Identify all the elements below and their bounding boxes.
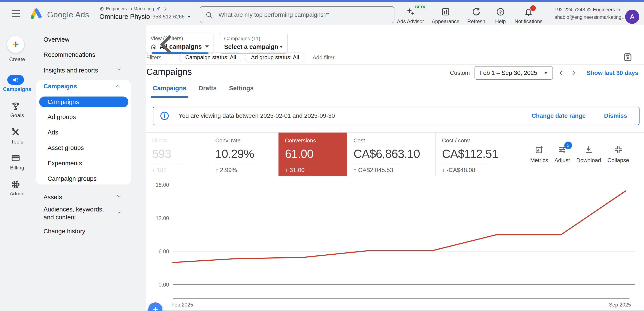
account-customer-id: 192-224-7243 bbox=[554, 7, 585, 13]
save-icon[interactable] bbox=[623, 52, 634, 63]
tab-campaigns[interactable]: Campaigns bbox=[153, 85, 186, 98]
account-switcher-caret-icon[interactable] bbox=[188, 16, 191, 18]
info-icon bbox=[160, 111, 169, 120]
bottom-divider bbox=[146, 310, 644, 310]
collapse-button[interactable]: Collapse bbox=[607, 145, 629, 164]
rail-item-goals[interactable] bbox=[11, 101, 20, 111]
create-fab-button[interactable]: + bbox=[148, 302, 162, 311]
banner-text: You are viewing data between 2025-02-01 … bbox=[179, 112, 335, 119]
search-input[interactable] bbox=[216, 11, 388, 18]
filters-label: Filters bbox=[146, 54, 162, 61]
appearance-button[interactable]: Appearance bbox=[428, 7, 463, 25]
rocket-icon bbox=[156, 7, 160, 11]
bell-icon: ! bbox=[524, 7, 533, 16]
nav-item-ads[interactable]: Ads bbox=[48, 128, 58, 137]
date-range-row: Custom Feb 1 – Sep 30, 2025 Show last 30… bbox=[450, 66, 643, 80]
date-mode-label: Custom bbox=[450, 70, 470, 76]
date-caret-icon bbox=[544, 72, 548, 74]
nav-item-campaign-groups[interactable]: Campaign groups bbox=[48, 174, 96, 183]
show-last-30-days-link[interactable]: Show last 30 days bbox=[586, 70, 638, 76]
help-button[interactable]: ? Help bbox=[492, 7, 509, 25]
rail-label-tools: Tools bbox=[11, 139, 23, 145]
nav-item-ad-groups[interactable]: Ad groups bbox=[48, 113, 76, 121]
nav-item-asset-groups[interactable]: Asset groups bbox=[48, 143, 84, 152]
page-title: Campaigns bbox=[146, 66, 192, 78]
metrics-icon bbox=[534, 145, 544, 154]
filter-chip-campaign-status[interactable]: Campaign status: All bbox=[179, 53, 242, 62]
create-plus-icon bbox=[11, 40, 20, 49]
nav-item-campaigns-selected[interactable]: Campaigns bbox=[39, 97, 128, 107]
breadcrumb-manager[interactable]: Engineers in Marketing bbox=[106, 6, 154, 12]
browser-top-strip bbox=[0, 0, 644, 2]
add-filter-button[interactable]: Add filter bbox=[312, 54, 335, 61]
beta-badge: BETA bbox=[414, 4, 427, 10]
svg-text:0.00: 0.00 bbox=[158, 282, 169, 288]
rail-item-campaigns[interactable] bbox=[7, 75, 24, 85]
performance-chart[interactable]: 0.006.0012.0018.00 bbox=[146, 180, 644, 300]
tab-settings[interactable]: Settings bbox=[229, 85, 254, 98]
adjust-count-badge: 3 bbox=[564, 142, 572, 149]
refresh-button[interactable]: Refresh bbox=[464, 7, 488, 25]
date-next-button[interactable] bbox=[567, 68, 578, 78]
tabs: Campaigns Drafts Settings bbox=[153, 85, 266, 98]
metrics-button[interactable]: Metrics bbox=[530, 145, 548, 164]
search-bar[interactable] bbox=[200, 6, 394, 23]
insights-chevron-icon[interactable] bbox=[117, 67, 120, 71]
campaign-caret-icon bbox=[279, 46, 283, 48]
nav-item-assets[interactable]: Assets bbox=[44, 193, 62, 201]
scorecard-clicks[interactable]: Clicks 593 ↑ 182 bbox=[146, 133, 209, 176]
main-menu-icon[interactable] bbox=[12, 10, 20, 18]
notifications-button[interactable]: ! Notifications bbox=[512, 7, 544, 25]
breadcrumb-account-name[interactable]: Omnicure Physio bbox=[100, 13, 150, 21]
ads-advisor-button[interactable]: Ads Advisor BETA bbox=[395, 7, 426, 25]
app-header: Google Ads Engineers in Marketing Omnicu… bbox=[0, 2, 644, 25]
view-caret-icon bbox=[205, 46, 209, 48]
scorecard-conversions[interactable]: Conversions 61.00 ↑ 31.00 bbox=[278, 133, 347, 176]
nav-group-campaigns[interactable]: Campaigns bbox=[44, 82, 77, 91]
date-range-selector[interactable]: Feb 1 – Sep 30, 2025 bbox=[474, 66, 553, 80]
tab-active-indicator bbox=[150, 96, 188, 98]
nav-item-experiments[interactable]: Experiments bbox=[48, 159, 82, 168]
tab-drafts[interactable]: Drafts bbox=[198, 85, 216, 98]
rail-item-admin[interactable] bbox=[11, 180, 20, 189]
campaign-selector[interactable]: Campaigns (11) Select a campaign bbox=[220, 33, 288, 54]
scorecard-cost-per-conv[interactable]: Cost / conv. CA$112.51 ↓ -CA$48.08 bbox=[436, 133, 515, 176]
dismiss-link[interactable]: Dismiss bbox=[604, 112, 627, 119]
rail-label-create: Create bbox=[9, 56, 25, 62]
nav-item-audiences[interactable]: Audiences, keywords, and content bbox=[44, 205, 115, 221]
main-content: View (2 filters) All campaigns Campaigns… bbox=[146, 25, 644, 311]
nav-item-change-history[interactable]: Change history bbox=[44, 227, 85, 235]
svg-text:6.00: 6.00 bbox=[158, 248, 169, 254]
adjust-button[interactable]: Adjust 3 bbox=[554, 145, 570, 164]
timeline-start-label: Feb 2025 bbox=[172, 302, 193, 308]
campaigns-chevron-icon[interactable] bbox=[116, 85, 120, 89]
filters-row: Filters Campaign status: All Ad group st… bbox=[146, 52, 643, 63]
rail-label-campaigns: Campaigns bbox=[3, 86, 31, 92]
rail-item-billing[interactable] bbox=[11, 153, 20, 163]
notification-alert-badge: ! bbox=[530, 5, 536, 12]
svg-text:12.00: 12.00 bbox=[156, 215, 169, 221]
account-info[interactable]: 192-224-7243 Engineers in … ahabib@engin… bbox=[554, 7, 626, 20]
scorecard-conv-rate[interactable]: Conv. rate 10.29% ↑ 2.99% bbox=[209, 133, 278, 176]
scorecard-cost[interactable]: Cost CA$6,863.10 ↑ CA$2,045.53 bbox=[347, 133, 436, 176]
timeline-slider[interactable] bbox=[173, 298, 630, 299]
svg-text:18.00: 18.00 bbox=[156, 182, 169, 188]
nav-item-insights[interactable]: Insights and reports bbox=[44, 66, 98, 75]
create-button[interactable] bbox=[7, 36, 24, 53]
avatar[interactable]: A bbox=[625, 10, 639, 24]
assets-chevron-icon[interactable] bbox=[117, 194, 120, 197]
download-button[interactable]: Download bbox=[576, 145, 601, 164]
view-selector[interactable]: View (2 filters) All campaigns bbox=[146, 33, 213, 54]
change-date-range-link[interactable]: Change date range bbox=[532, 112, 586, 119]
filter-chip-ad-group-status[interactable]: Ad group status: All bbox=[245, 53, 305, 62]
search-icon bbox=[205, 11, 212, 19]
nav-item-recommendations[interactable]: Recommendations bbox=[44, 50, 95, 59]
rail-item-tools[interactable] bbox=[11, 127, 20, 137]
manager-gear-icon bbox=[100, 7, 104, 11]
refresh-icon bbox=[472, 7, 481, 16]
nav-item-overview[interactable]: Overview bbox=[44, 35, 70, 44]
megaphone-icon bbox=[12, 77, 19, 83]
date-prev-button[interactable] bbox=[556, 68, 567, 78]
audiences-chevron-icon[interactable] bbox=[117, 210, 120, 214]
home-icon bbox=[150, 44, 157, 50]
